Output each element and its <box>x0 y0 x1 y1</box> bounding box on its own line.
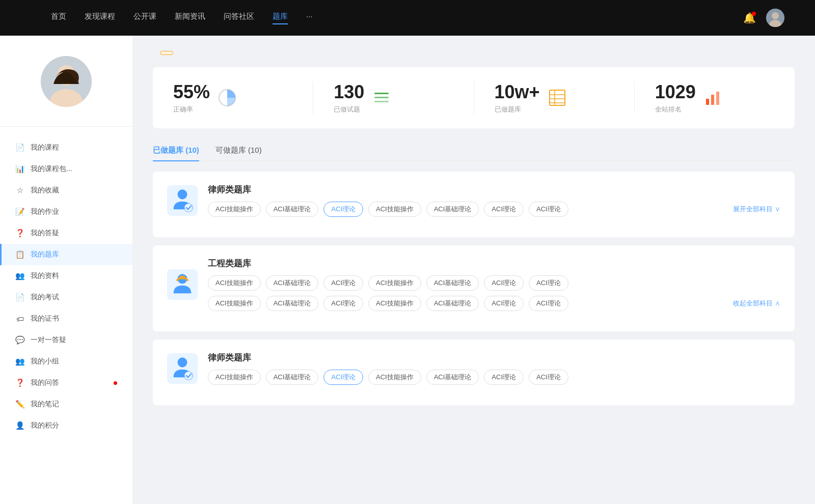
sidebar-item-label-7: 我的考试 <box>31 293 117 302</box>
sidebar-item-9[interactable]: 💬一对一答疑 <box>0 329 132 351</box>
bank-row-tags-1-0: ACI技能操作ACI基础理论ACI理论ACI技能操作ACI基础理论ACI理论AC… <box>208 275 780 291</box>
navbar: 首页发现课程公开课新闻资讯问答社区题库··· 🔔 <box>0 0 815 36</box>
bank-tag-2-0-4[interactable]: ACI基础理论 <box>426 370 479 385</box>
trial-badge <box>160 51 173 55</box>
stat-item-0: 55% 正确率 <box>173 81 313 114</box>
stat-label-1: 已做试题 <box>334 105 364 114</box>
stat-item-1: 130 已做试题 <box>313 81 474 114</box>
bank-tag-0-0-4[interactable]: ACI基础理论 <box>426 202 479 217</box>
sidebar-item-2[interactable]: ☆我的收藏 <box>0 180 132 201</box>
sidebar-item-0[interactable]: 📄我的课程 <box>0 137 132 158</box>
avatar[interactable] <box>766 9 784 27</box>
bank-tag-1-0-0[interactable]: ACI技能操作 <box>208 275 261 291</box>
bank-row-1-0: ACI技能操作ACI基础理论ACI理论ACI技能操作ACI基础理论ACI理论AC… <box>208 275 780 291</box>
bank-sections: 律师类题库 ACI技能操作ACI基础理论ACI理论ACI技能操作ACI基础理论A… <box>153 172 795 405</box>
bank-tag-1-1-5[interactable]: ACI理论 <box>484 296 524 311</box>
bank-tag-0-0-0[interactable]: ACI技能操作 <box>208 202 261 217</box>
bank-content-1: 工程类题库 ACI技能操作ACI基础理论ACI理论ACI技能操作ACI基础理论A… <box>208 258 780 311</box>
sidebar-item-label-10: 我的小组 <box>31 357 117 366</box>
sidebar-item-3[interactable]: 📝我的作业 <box>0 201 132 222</box>
sidebar-item-6[interactable]: 👥我的资料 <box>0 265 132 287</box>
sidebar-item-icon-7: 📄 <box>15 293 24 302</box>
bank-tag-1-0-2[interactable]: ACI理论 <box>323 275 363 291</box>
collapse-btn-1-1[interactable]: 收起全部科目 ∧ <box>733 299 780 308</box>
svg-rect-16 <box>711 95 714 105</box>
bank-tag-1-0-4[interactable]: ACI基础理论 <box>426 275 479 291</box>
svg-rect-17 <box>716 92 719 105</box>
sidebar-item-1[interactable]: 📊我的课程包... <box>0 158 132 180</box>
bank-header-0: 律师类题库 ACI技能操作ACI基础理论ACI理论ACI技能操作ACI基础理论A… <box>167 184 780 217</box>
bank-tag-0-0-2[interactable]: ACI理论 <box>323 202 363 217</box>
sidebar-item-5[interactable]: 📋我的题库 <box>0 244 132 265</box>
bank-tag-1-1-4[interactable]: ACI基础理论 <box>426 296 479 311</box>
sidebar-item-11[interactable]: ❓我的问答 <box>0 372 132 394</box>
bank-tag-2-0-0[interactable]: ACI技能操作 <box>208 370 261 385</box>
nav-links: 首页发现课程公开课新闻资讯问答社区题库··· <box>51 12 733 24</box>
bank-tag-2-0-5[interactable]: ACI理论 <box>484 370 524 385</box>
stat-icon-1 <box>371 88 392 108</box>
bank-tag-1-1-1[interactable]: ACI基础理论 <box>266 296 319 311</box>
tab-0[interactable]: 已做题库 (10) <box>153 141 199 160</box>
notification-bell[interactable]: 🔔 <box>743 12 756 24</box>
nav-link-4[interactable]: 问答社区 <box>224 12 254 24</box>
bank-row-0-0: ACI技能操作ACI基础理论ACI理论ACI技能操作ACI基础理论ACI理论AC… <box>208 202 780 217</box>
bank-tag-2-0-6[interactable]: ACI理论 <box>529 370 568 385</box>
bank-tag-0-0-3[interactable]: ACI技能操作 <box>368 202 421 217</box>
nav-link-5[interactable]: 题库 <box>273 12 288 24</box>
sidebar-item-label-3: 我的作业 <box>31 207 117 216</box>
svg-rect-9 <box>374 101 389 102</box>
stat-icon-3 <box>703 88 723 108</box>
sidebar-item-icon-12: ✏️ <box>15 400 24 409</box>
bank-tag-0-0-6[interactable]: ACI理论 <box>529 202 568 217</box>
bank-tag-0-0-5[interactable]: ACI理论 <box>484 202 524 217</box>
sidebar-item-icon-4: ❓ <box>15 229 24 238</box>
bank-section-1: 工程类题库 ACI技能操作ACI基础理论ACI理论ACI技能操作ACI基础理论A… <box>153 245 795 331</box>
sidebar-item-label-12: 我的笔记 <box>31 400 117 409</box>
bank-tag-1-1-3[interactable]: ACI技能操作 <box>368 296 421 311</box>
bank-title-2: 律师类题库 <box>208 352 780 363</box>
stat-number-2: 10w+ <box>495 81 540 103</box>
bank-tag-0-0-1[interactable]: ACI基础理论 <box>266 202 319 217</box>
tabs: 已做题库 (10)可做题库 (10) <box>153 141 795 161</box>
bank-tag-1-1-6[interactable]: ACI理论 <box>529 296 568 311</box>
bank-tag-2-0-1[interactable]: ACI基础理论 <box>266 370 319 385</box>
page-header <box>153 51 795 55</box>
bank-tag-1-0-6[interactable]: ACI理论 <box>529 275 568 291</box>
nav-link-2[interactable]: 公开课 <box>133 12 156 24</box>
bank-tag-1-0-5[interactable]: ACI理论 <box>484 275 524 291</box>
stat-label-0: 正确率 <box>173 105 210 114</box>
sidebar-item-icon-0: 📄 <box>15 143 24 152</box>
nav-link-0[interactable]: 首页 <box>51 12 66 24</box>
bank-section-0: 律师类题库 ACI技能操作ACI基础理论ACI理论ACI技能操作ACI基础理论A… <box>153 172 795 237</box>
nav-link-1[interactable]: 发现课程 <box>85 12 115 24</box>
sidebar-item-icon-13: 👤 <box>15 421 24 430</box>
bank-header-1: 工程类题库 ACI技能操作ACI基础理论ACI理论ACI技能操作ACI基础理论A… <box>167 258 780 311</box>
sidebar-profile <box>0 51 132 127</box>
bank-row-tags-0-0: ACI技能操作ACI基础理论ACI理论ACI技能操作ACI基础理论ACI理论AC… <box>208 202 723 217</box>
notification-dot <box>752 12 756 16</box>
sidebar-item-12[interactable]: ✏️我的笔记 <box>0 394 132 415</box>
tab-1[interactable]: 可做题库 (10) <box>215 141 262 160</box>
bank-tag-1-0-1[interactable]: ACI基础理论 <box>266 275 319 291</box>
stat-number-1: 130 <box>334 81 364 103</box>
sidebar-item-7[interactable]: 📄我的考试 <box>0 287 132 308</box>
sidebar-item-label-5: 我的题库 <box>31 250 117 259</box>
sidebar-item-8[interactable]: 🏷我的证书 <box>0 308 132 329</box>
bank-tag-2-0-3[interactable]: ACI技能操作 <box>368 370 421 385</box>
sidebar-item-13[interactable]: 👤我的积分 <box>0 415 132 436</box>
bank-tag-1-0-3[interactable]: ACI技能操作 <box>368 275 421 291</box>
svg-point-18 <box>177 189 187 199</box>
nav-link-3[interactable]: 新闻资讯 <box>175 12 205 24</box>
sidebar-item-4[interactable]: ❓我的答疑 <box>0 222 132 244</box>
sidebar-item-label-4: 我的答疑 <box>31 229 117 238</box>
sidebar-item-10[interactable]: 👥我的小组 <box>0 351 132 372</box>
sidebar-item-label-0: 我的课程 <box>31 143 117 152</box>
bank-tag-1-1-0[interactable]: ACI技能操作 <box>208 296 261 311</box>
expand-btn-0-0[interactable]: 展开全部科目 ∨ <box>733 205 780 214</box>
stat-number-3: 1029 <box>655 81 696 103</box>
nav-link-6[interactable]: ··· <box>306 12 313 24</box>
bank-tag-2-0-2[interactable]: ACI理论 <box>323 370 363 385</box>
bank-tag-1-1-2[interactable]: ACI理论 <box>323 296 363 311</box>
stat-item-3: 1029 全站排名 <box>635 81 774 114</box>
sidebar-item-label-8: 我的证书 <box>31 314 117 323</box>
